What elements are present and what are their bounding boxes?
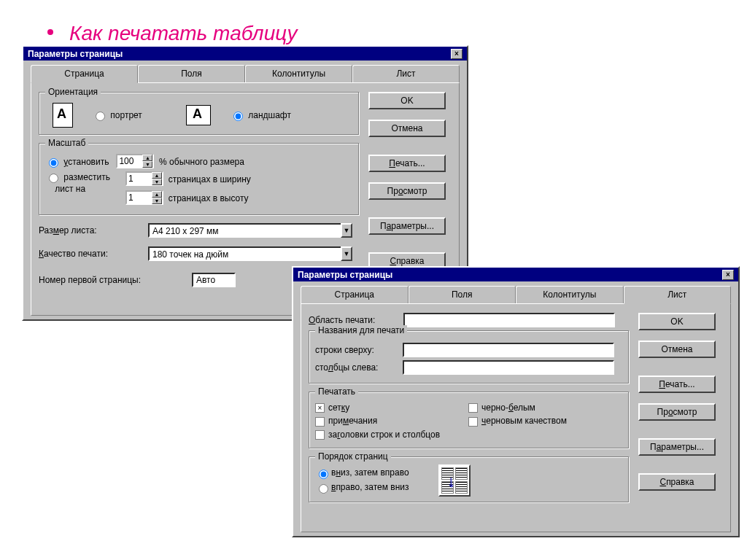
- dropdown-icon[interactable]: ▼: [341, 223, 352, 238]
- radio-down-then-over[interactable]: вниз, затем вправо: [315, 467, 409, 478]
- rows-top-input[interactable]: [403, 343, 614, 357]
- help-button[interactable]: Справка: [638, 473, 716, 491]
- paper-size-label: Размер листа:: [39, 225, 148, 236]
- radio-landscape[interactable]: ландшафт: [230, 109, 291, 121]
- preview-button[interactable]: Просмотр: [638, 403, 716, 421]
- orientation-group: Ориентация портрет ландшафт: [39, 92, 360, 136]
- page-order-group: Порядок страниц вниз, затем вправо вправ…: [309, 456, 630, 503]
- preview-button[interactable]: Просмотр: [368, 182, 446, 200]
- spinner-down-icon[interactable]: ▼: [152, 179, 162, 185]
- checkbox-bw[interactable]: черно-белым: [468, 402, 535, 413]
- options-button[interactable]: Параметры...: [368, 217, 446, 235]
- print-button[interactable]: Печать...: [368, 155, 446, 172]
- cols-left-label: столбцы слева:: [315, 362, 403, 373]
- print-area-input[interactable]: [403, 313, 615, 327]
- scale-percent-suffix: % обычного размера: [159, 157, 244, 167]
- print-options-legend: Печатать: [315, 386, 358, 397]
- orientation-legend: Ориентация: [45, 87, 101, 97]
- tab-margins[interactable]: Поля: [409, 286, 516, 304]
- radio-portrait[interactable]: портрет: [92, 109, 142, 121]
- dialog-buttons: OK Отмена Печать... Просмотр Параметры..…: [638, 313, 716, 501]
- checkbox-headings[interactable]: заголовки строк и столбцов: [315, 429, 440, 440]
- first-page-input[interactable]: [192, 273, 236, 287]
- print-titles-group: Названия для печати строки сверху: столб…: [309, 330, 630, 384]
- spinner-up-icon[interactable]: ▲: [152, 172, 162, 179]
- first-page-label: Номер первой страницы:: [39, 275, 192, 285]
- landscape-icon: [186, 105, 211, 125]
- scale-percent-spinner[interactable]: ▲▼: [116, 154, 154, 168]
- dialog-title: Параметры страницы: [298, 270, 392, 280]
- dropdown-icon[interactable]: ▼: [341, 246, 352, 261]
- slide-bullet: [47, 29, 53, 35]
- portrait-icon: [53, 103, 73, 128]
- tab-margins[interactable]: Поля: [138, 65, 245, 83]
- radio-over-then-down[interactable]: вправо, затем вниз: [315, 482, 409, 492]
- page-order-preview-icon: ↓: [438, 464, 471, 497]
- dialog-buttons: OK Отмена Печать... Просмотр Параметры..…: [368, 92, 446, 280]
- tabs: Страница Поля Колонтитулы Лист: [301, 286, 731, 304]
- tab-sheet[interactable]: Лист: [352, 65, 460, 83]
- fit-wide-input[interactable]: [127, 173, 152, 184]
- close-icon[interactable]: ×: [451, 49, 462, 59]
- tab-headerfooter[interactable]: Колонтитулы: [516, 286, 624, 304]
- scale-legend: Масштаб: [45, 138, 88, 148]
- print-button[interactable]: Печать...: [638, 376, 716, 393]
- radio-scale-fit[interactable]: разместить лист на: [45, 171, 125, 194]
- paper-size-combo[interactable]: A4 210 x 297 мм: [148, 223, 352, 238]
- print-titles-legend: Названия для печати: [315, 325, 407, 335]
- spinner-down-icon[interactable]: ▼: [142, 161, 152, 168]
- page-order-legend: Порядок страниц: [315, 451, 391, 462]
- fit-tall-input[interactable]: [127, 192, 152, 203]
- print-quality-label: Качество печати:: [39, 249, 148, 259]
- cols-left-input[interactable]: [403, 360, 614, 375]
- slide-title: Как печатать таблицу: [69, 22, 298, 45]
- print-area-label: Область печати:: [309, 315, 403, 325]
- tab-page[interactable]: Страница: [301, 286, 409, 304]
- tab-pane-sheet: Область печати: Названия для печати стро…: [301, 303, 731, 532]
- cancel-button[interactable]: Отмена: [368, 120, 446, 137]
- titlebar: Параметры страницы ×: [293, 268, 738, 281]
- tabs: Страница Поля Колонтитулы Лист: [31, 65, 460, 83]
- radio-scale-set[interactable]: установить: [45, 156, 112, 166]
- print-options-group: Печатать ×сетку примечания заголовки стр…: [309, 392, 630, 449]
- scale-percent-input[interactable]: [117, 155, 142, 167]
- checkbox-draft[interactable]: черновым качеством: [468, 416, 567, 426]
- spinner-down-icon[interactable]: ▼: [152, 198, 162, 204]
- page-setup-dialog-2: Параметры страницы × Страница Поля Колон…: [292, 266, 740, 537]
- tab-sheet[interactable]: Лист: [624, 286, 732, 304]
- spinner-up-icon[interactable]: ▲: [152, 191, 162, 198]
- rows-top-label: строки сверху:: [315, 345, 403, 355]
- close-icon[interactable]: ×: [722, 270, 734, 280]
- ok-button[interactable]: OK: [368, 92, 446, 109]
- checkbox-gridlines[interactable]: ×сетку: [315, 402, 349, 413]
- fit-tall-suffix: страницах в высоту: [169, 193, 249, 203]
- titlebar: Параметры страницы ×: [23, 47, 467, 61]
- cancel-button[interactable]: Отмена: [638, 341, 716, 358]
- options-button[interactable]: Параметры...: [638, 438, 716, 456]
- tab-headerfooter[interactable]: Колонтитулы: [245, 65, 352, 83]
- fit-wide-spinner[interactable]: ▲▼: [125, 171, 163, 186]
- checkbox-notes[interactable]: примечания: [315, 416, 377, 426]
- scale-group: Масштаб установить ▲▼ % обычного размера: [39, 143, 360, 216]
- tab-page[interactable]: Страница: [31, 65, 138, 83]
- fit-tall-spinner[interactable]: ▲▼: [125, 190, 163, 205]
- spinner-up-icon[interactable]: ▲: [142, 155, 152, 161]
- fit-wide-suffix: страницах в ширину: [169, 174, 251, 184]
- ok-button[interactable]: OK: [638, 313, 716, 330]
- print-quality-combo[interactable]: 180 точек на дюйм: [148, 246, 352, 261]
- dialog-title: Параметры страницы: [28, 49, 123, 59]
